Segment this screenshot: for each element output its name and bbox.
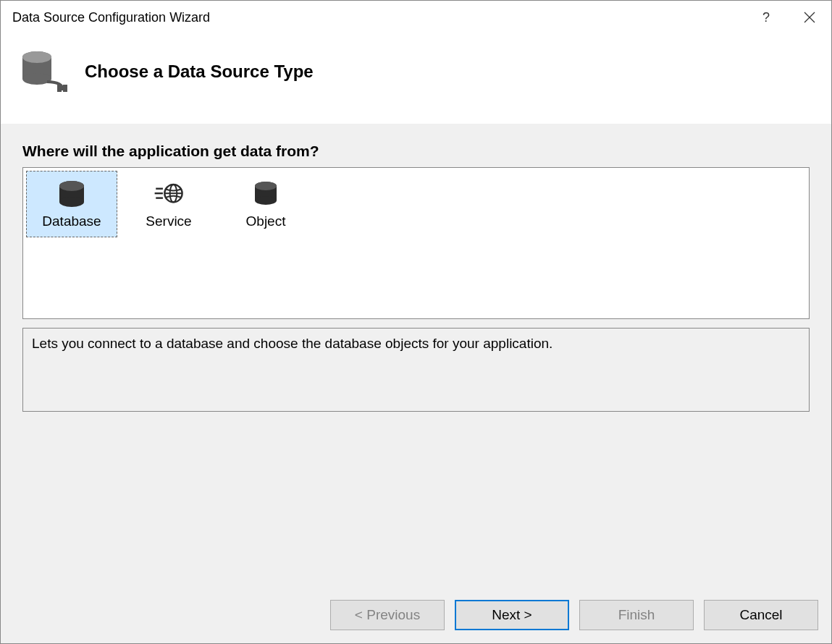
- next-button[interactable]: Next >: [455, 600, 569, 630]
- svg-rect-6: [57, 85, 62, 92]
- option-label: Object: [246, 213, 286, 229]
- svg-point-20: [255, 196, 277, 205]
- option-database[interactable]: Database: [26, 171, 117, 237]
- option-service[interactable]: Service: [123, 171, 214, 237]
- help-button[interactable]: ?: [744, 1, 788, 34]
- svg-point-11: [59, 181, 84, 191]
- wizard-content: Where will the application get data from…: [1, 124, 831, 644]
- close-icon: [804, 12, 815, 23]
- cancel-button[interactable]: Cancel: [704, 600, 818, 630]
- database-icon: [56, 179, 87, 209]
- finish-button[interactable]: Finish: [579, 600, 694, 630]
- svg-point-21: [255, 182, 277, 190]
- datasource-options: Database Service: [22, 167, 810, 319]
- close-button[interactable]: [788, 1, 831, 34]
- wizard-header: Choose a Data Source Type: [1, 34, 831, 124]
- question-label: Where will the application get data from…: [22, 143, 810, 160]
- wizard-footer: < Previous Next > Finish Cancel: [1, 587, 831, 643]
- wizard-header-icon: [18, 48, 64, 95]
- window-title: Data Source Configuration Wizard: [12, 10, 744, 25]
- option-description: Lets you connect to a database and choos…: [22, 328, 810, 412]
- option-label: Database: [42, 213, 101, 229]
- service-icon: [154, 179, 184, 209]
- object-icon: [251, 179, 281, 209]
- svg-point-10: [59, 197, 84, 207]
- wizard-step-title: Choose a Data Source Type: [85, 62, 314, 82]
- svg-rect-7: [63, 85, 67, 92]
- titlebar: Data Source Configuration Wizard ?: [1, 1, 831, 34]
- option-object[interactable]: Object: [220, 171, 311, 237]
- previous-button[interactable]: < Previous: [330, 600, 445, 630]
- option-label: Service: [146, 213, 191, 229]
- help-icon: ?: [762, 10, 770, 25]
- svg-point-5: [22, 51, 51, 63]
